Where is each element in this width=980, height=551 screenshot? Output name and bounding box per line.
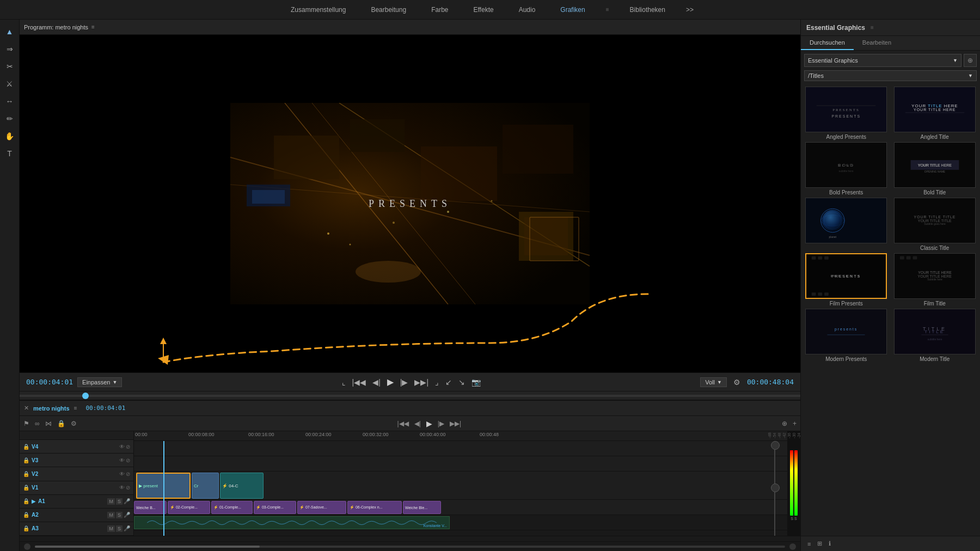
pen-tool[interactable]: ✏ [2,111,17,126]
close-timeline-btn[interactable]: ✕ [24,405,29,412]
a2-lock[interactable]: 🔒 [23,512,29,518]
go-prev-btn[interactable]: ◀| [413,419,422,428]
template-modern-title[interactable]: TITLE subtitle here Modern Title [892,309,978,362]
scrubber-handle[interactable] [82,393,89,399]
nav-bearbeitung[interactable]: Bearbeitung [366,4,411,16]
go-out-btn[interactable]: ▶▶| [448,419,463,428]
clip-weiche-b[interactable]: Weiche B... [134,501,167,514]
scrubber-bar[interactable] [20,391,800,400]
text-tool[interactable]: T [2,146,17,161]
a2-mic-icon[interactable]: 🎤 [124,512,130,518]
a1-mute-btn[interactable]: M [107,498,115,505]
clip-06-complex[interactable]: ⚡ 06-Complex n... [347,501,402,514]
play-btn[interactable]: ▶ [385,376,396,388]
magnet-tool[interactable]: ⋈ [44,419,53,428]
nav-audio[interactable]: Audio [514,4,540,16]
nav-zusammenstellung[interactable]: Zusammenstellung [286,4,350,16]
add-marker-tool[interactable]: ⚑ [22,419,31,428]
timeline-play-btn[interactable]: ▶ [425,418,434,429]
template-film-presents[interactable]: PRESENTS Film Presents [803,253,890,307]
select-tool[interactable]: ▲ [2,24,17,39]
clip-weiche-ble[interactable]: Weiche Ble... [403,501,441,514]
mark-out-btn[interactable]: ⌟ [433,377,441,388]
a3-mute-btn[interactable]: M [107,525,115,532]
next-frame-btn[interactable]: |▶ [398,377,411,388]
v3-eye-icon[interactable]: 👁 [119,457,125,463]
nav-grafiken[interactable]: Grafiken [556,4,589,16]
folder-dropdown[interactable]: /Titles ▼ [804,70,977,81]
tab-browse[interactable]: Durchsuchen [801,36,854,50]
audio-clip-a1[interactable]: Konstante V... [134,516,450,529]
slip-tool[interactable]: ↔ [2,94,17,109]
list-view-btn[interactable]: ≡ [805,540,813,548]
a1-lock[interactable]: 🔒 [23,498,29,504]
clip-04c[interactable]: ⚡ 04-C [220,473,264,499]
template-bold-presents[interactable]: NEWS subtitle here Bold Presents [803,142,890,195]
v1-lock[interactable]: 🔒 [23,485,29,491]
v2-eye-icon[interactable]: 👁 [119,471,125,477]
clip-01-compl[interactable]: ⚡ 01-Comple... [211,501,253,514]
zoom-in-timeline[interactable]: ⊕ [780,419,789,428]
v1-eye-icon[interactable]: 👁 [119,485,125,491]
prev-frame-btn[interactable]: ◀| [370,377,383,388]
nav-farbe[interactable]: Farbe [427,4,452,16]
timeline-menu-icon[interactable]: ≡ [74,405,77,411]
tab-edit[interactable]: Bearbeiten [854,36,900,50]
a3-mic-icon[interactable]: 🎤 [124,525,130,532]
timeline-scrollbar[interactable] [20,536,800,541]
step-forward-btn[interactable]: ▶▶| [412,377,431,388]
monitor-menu-icon[interactable]: ≡ [91,24,95,30]
export-frame-btn[interactable]: 📷 [469,377,483,388]
go-next-btn[interactable]: |▶ [436,419,446,428]
fit-dropdown[interactable]: Einpassen ▼ [77,377,122,387]
v1-mute-icon[interactable]: ⊘ [126,485,130,491]
nav-effekte[interactable]: Effekte [469,4,498,16]
insert-btn[interactable]: ↙ [443,377,454,388]
mark-in-btn[interactable]: ⌞ [340,377,348,388]
grid-view-btn[interactable]: ⊞ [815,539,824,548]
info-btn[interactable]: ℹ [826,539,833,548]
search-btn[interactable]: ⊕ [964,54,977,67]
a1-solo-btn[interactable]: S [116,498,122,505]
template-film-title[interactable]: YOUR TITLE HERE Subtitle here Film Title [892,253,978,307]
a2-solo-btn[interactable]: S [116,512,122,518]
a3-solo-btn[interactable]: S [116,525,122,532]
a2-mute-btn[interactable]: M [107,512,115,518]
source-dropdown[interactable]: Essential Graphics ▼ [804,54,961,67]
zoom-out-btn[interactable] [24,543,30,550]
v4-lock[interactable]: 🔒 [23,444,29,450]
clip-03-compl[interactable]: ⚡ 03-Comple... [254,501,296,514]
clip-cr[interactable]: Cr [192,473,219,499]
lock-tool[interactable]: 🔒 [56,419,67,428]
add-track-btn[interactable]: + [791,419,798,428]
nav-more[interactable]: >> [686,6,694,14]
v4-mute-icon[interactable]: ⊘ [126,444,130,450]
settings-tool[interactable]: ⚙ [69,419,78,428]
clip-02-compl[interactable]: ⚡ 02-Comple... [168,501,210,514]
link-tool[interactable]: ∞ [33,419,41,428]
template-classic-title[interactable]: YOUR TITLE TITLE Subtitle goes here Clas… [892,198,978,251]
a1-mic-icon[interactable]: 🎤 [124,498,130,505]
nav-bibliotheken[interactable]: Bibliotheken [626,4,670,16]
zoom-slider[interactable] [35,546,785,548]
overwrite-btn[interactable]: ↘ [456,377,467,388]
template-modern-presents[interactable]: presents Modern Presents [803,309,890,362]
step-back-btn[interactable]: |◀◀ [350,377,369,388]
settings-btn[interactable]: ⚙ [731,377,743,388]
quality-dropdown[interactable]: Voll ▼ [700,377,727,387]
template-angled-presents[interactable]: PRESENTS Angled Presents [803,87,890,140]
template-circle-globe[interactable]: planet [803,198,890,251]
v3-lock[interactable]: 🔒 [23,457,29,463]
hand-tool[interactable]: ✋ [2,128,17,144]
a3-lock[interactable]: 🔒 [23,525,29,531]
template-bold-title[interactable]: YOUR TITLE HERE OPENING NAME Bold Title [892,142,978,195]
ripple-edit-tool[interactable]: ✂ [2,59,17,74]
clip-07-sadove[interactable]: ⚡ 07-Sadove... [297,501,346,514]
v2-mute-icon[interactable]: ⊘ [126,471,130,477]
panel-menu-icon[interactable]: ≡ [871,25,874,30]
razor-tool[interactable]: ⚔ [2,76,17,91]
v4-eye-icon[interactable]: 👁 [119,444,125,450]
track-select-tool[interactable]: ⇒ [2,41,17,57]
zoom-in-btn[interactable] [789,543,796,550]
v3-mute-icon[interactable]: ⊘ [126,457,130,463]
